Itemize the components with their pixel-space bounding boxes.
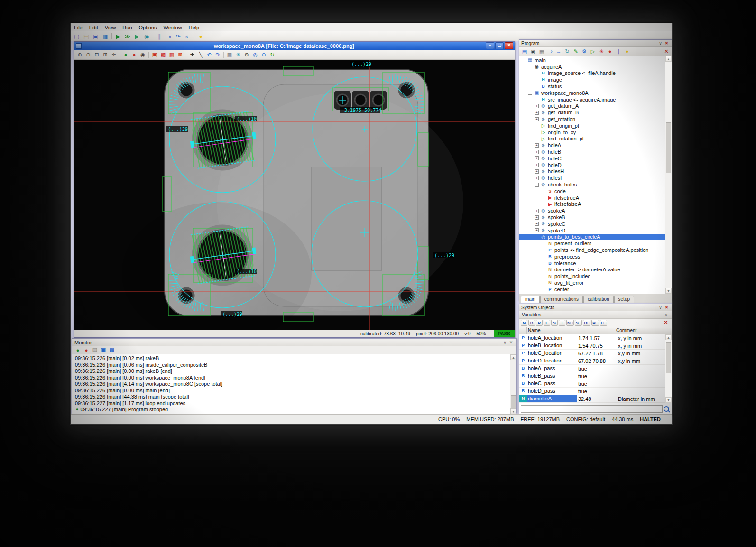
variable-search-input[interactable] [521, 405, 663, 413]
program-pause-icon[interactable]: ∥ [615, 48, 622, 55]
type-filter-p[interactable]: P [536, 320, 543, 326]
type-filter-b[interactable]: B [528, 320, 535, 326]
monitor-scrollbar[interactable]: ▲ ▼ [510, 354, 516, 414]
tree-node-points_included[interactable]: Npoints_included [519, 273, 672, 279]
log-stop-icon[interactable]: ● [83, 346, 90, 353]
program-grid-icon[interactable]: ▦ [538, 48, 545, 55]
variable-row-holeB_location[interactable]: PholeB_location1.54 70.75x, y in mm [519, 342, 672, 350]
save-all-button[interactable]: ▩ [101, 32, 110, 40]
type-filter-l[interactable]: L□ [600, 320, 607, 326]
tree-node-status[interactable]: Bstatus [519, 83, 672, 90]
search-icon[interactable]: ◎ [251, 51, 259, 58]
expand-icon[interactable]: + [535, 169, 539, 174]
roi-delete-icon[interactable]: ⊠ [176, 51, 184, 58]
expand-icon[interactable]: + [535, 176, 539, 180]
pause-button[interactable]: ∥ [155, 32, 164, 40]
variable-row-holeC_location[interactable]: PholeC_location67.22 1.78x,y in mm [519, 350, 672, 357]
tree-node-holesH[interactable]: +⚙holesH [519, 168, 672, 175]
collapse-icon[interactable]: − [528, 91, 532, 95]
draw-line-icon[interactable]: ╲ [197, 51, 204, 58]
program-edit-icon[interactable]: ✎ [572, 48, 580, 55]
tree-node-spokeA[interactable]: +⚙spokeA [519, 207, 672, 214]
system-objects-close-icon[interactable]: ✕ [664, 305, 670, 310]
undo-icon[interactable]: ↶ [205, 51, 213, 58]
tab-main[interactable]: main [521, 296, 540, 303]
lightbulb-icon[interactable]: ● [196, 32, 205, 40]
tree-node-avg_fit_error[interactable]: Navg_fit_error [519, 279, 672, 286]
type-filter-b[interactable]: B□ [583, 320, 590, 326]
run-button[interactable]: ▶ [114, 32, 122, 40]
run-once-button[interactable]: ▶ [133, 32, 141, 40]
tree-node-get_rotation[interactable]: +⚙get_rotation [519, 116, 672, 122]
step-into-button[interactable]: ⇥ [165, 32, 173, 40]
program-collapse-icon[interactable]: ∨ [657, 41, 664, 46]
expand-icon[interactable]: + [535, 222, 539, 226]
tree-node-center[interactable]: Pcenter [519, 286, 672, 293]
run-image-icon[interactable]: ● [122, 51, 129, 58]
tree-node-origin_to_xy[interactable]: ▷origin_to_xy [519, 129, 672, 136]
grid-icon[interactable]: ▦ [226, 51, 233, 58]
acquire-button[interactable]: ◉ [142, 32, 151, 40]
variables-section[interactable]: Variables ∨ [519, 311, 672, 319]
program-panel-header[interactable]: Program ∨ ✕ [519, 40, 672, 47]
tree-node-holesI[interactable]: +⚙holesI [519, 175, 672, 181]
roi-grid-icon[interactable]: ▦ [168, 51, 175, 58]
step-out-button[interactable]: ⇤ [184, 32, 192, 40]
tree-node-check_holes[interactable]: −⚙check_holes [519, 181, 672, 188]
variables-chevron-icon[interactable]: ∨ [663, 313, 669, 317]
type-filter-s[interactable]: S [551, 320, 558, 326]
tree-node-find_origin_pt[interactable]: ▷find_origin_pt [519, 122, 672, 129]
tree-node-spokeB[interactable]: +⚙spokeB [519, 214, 672, 221]
roi-rect-icon[interactable]: ▣ [151, 51, 158, 58]
tree-node-image_source[interactable]: Himage_source <- fileA.handle [519, 70, 672, 77]
tree-node-find_rotation_pt[interactable]: ▷find_rotation_pt [519, 136, 672, 142]
zoom-fit-icon[interactable]: ⊡ [93, 51, 101, 58]
variable-row-holeC_pass[interactable]: BholeC_passtrue [519, 380, 672, 388]
variable-row-holeA_pass[interactable]: BholeA_passtrue [519, 365, 672, 372]
tree-node-holeA[interactable]: +⚙holeA [519, 142, 672, 148]
tree-node-acquireA[interactable]: ◉acquireA [519, 64, 672, 70]
type-filter-n[interactable]: N [521, 320, 527, 326]
clear-variables-icon[interactable]: ✕ [663, 320, 669, 326]
tree-node-ifelsetrueA[interactable]: ▶ifelsetrueA [519, 195, 672, 201]
search-icon[interactable] [663, 405, 670, 413]
zoom-region-icon[interactable]: ⊞ [101, 51, 109, 58]
zoom-in-icon[interactable]: ⊕ [76, 51, 83, 58]
tree-node-get_datum_B[interactable]: +⚙get_datum_B [519, 109, 672, 116]
expand-icon[interactable]: + [535, 163, 539, 167]
tree-node-ifelsefalseA[interactable]: ▶ifelsefalseA [519, 201, 672, 208]
menu-help[interactable]: Help [185, 24, 203, 31]
pan-icon[interactable]: ✛ [110, 51, 118, 58]
tree-node-main[interactable]: ▦main [519, 57, 672, 64]
type-filter-s[interactable]: S□ [575, 320, 582, 326]
menu-options[interactable]: Options [136, 24, 160, 31]
tree-node-points[interactable]: Ppoints <- find_edge_compositeA.position [519, 247, 672, 253]
scroll-up-icon[interactable]: ▲ [510, 354, 516, 360]
record-icon[interactable]: ● [130, 51, 138, 58]
scrollbar-thumb[interactable] [666, 122, 671, 173]
roi-rotated-icon[interactable]: ▩ [159, 51, 167, 58]
tree-node-tolerance[interactable]: Btolerance [519, 260, 672, 267]
scroll-down-icon[interactable]: ▼ [665, 288, 672, 294]
tree-node-spokeC[interactable]: +⚙spokeC [519, 221, 672, 227]
log-save-icon[interactable]: ▣ [100, 346, 107, 353]
tree-node-preprocess[interactable]: Bpreprocess [519, 253, 672, 260]
menu-view[interactable]: View [101, 24, 120, 31]
program-camera-icon[interactable]: ◉ [529, 48, 537, 55]
tree-node-holeC[interactable]: +⚙holeC [519, 155, 672, 162]
program-tree-scrollbar[interactable]: ▲ ▼ [665, 56, 672, 294]
program-loop-icon[interactable]: ↻ [563, 48, 571, 55]
zoom-out-icon[interactable]: ⊖ [84, 51, 92, 58]
type-filter-n[interactable]: N□ [566, 320, 574, 326]
program-link-icon[interactable]: ⇒ [546, 48, 554, 55]
menu-edit[interactable]: Edit [86, 24, 101, 31]
settings-gear-icon[interactable]: ⚙ [243, 51, 250, 58]
program-close-icon[interactable]: ✕ [664, 41, 670, 46]
tree-node-holeD[interactable]: +⚙holeD [519, 162, 672, 168]
log-run-icon[interactable]: ● [74, 346, 82, 353]
effects-icon[interactable]: ✳ [234, 51, 242, 58]
program-run-icon[interactable]: ▷ [589, 48, 597, 55]
program-bulb-icon[interactable]: ● [623, 48, 631, 55]
tree-node-src_image[interactable]: Hsrc_image <- acquireA.image [519, 96, 672, 103]
variable-row-diameterA[interactable]: NdiameterA32.48Diameter in mm [519, 395, 672, 403]
